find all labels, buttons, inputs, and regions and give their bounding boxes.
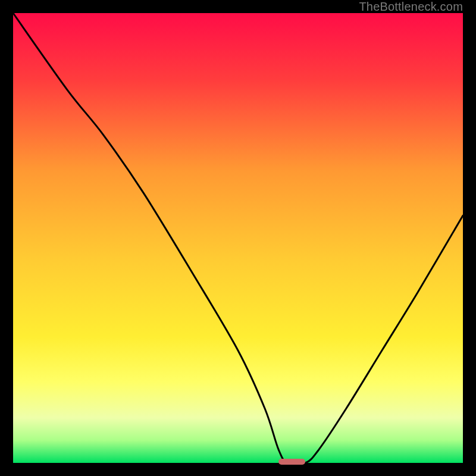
bottleneck-curve — [13, 13, 463, 463]
optimal-marker — [278, 459, 305, 465]
plot-area — [13, 13, 463, 463]
watermark-label: TheBottleneck.com — [359, 0, 463, 14]
chart-container: TheBottleneck.com — [0, 0, 476, 476]
